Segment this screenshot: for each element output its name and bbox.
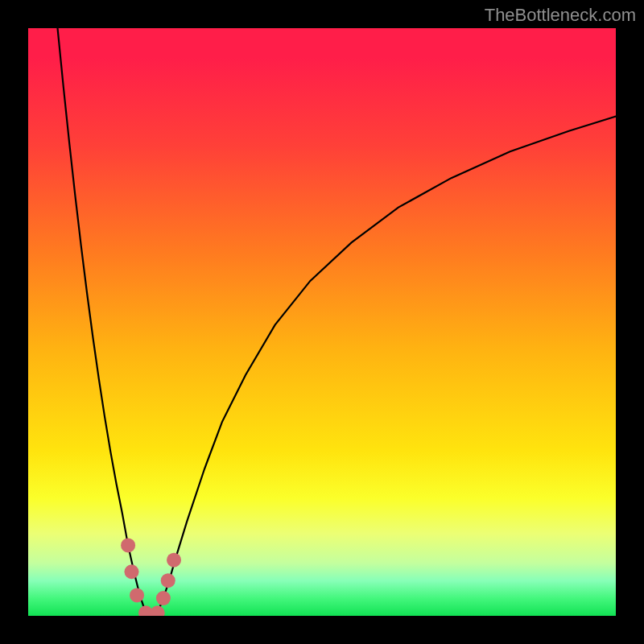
trough-markers bbox=[28, 28, 616, 616]
trough-marker-0 bbox=[121, 538, 135, 552]
trough-marker-4 bbox=[151, 605, 165, 616]
trough-marker-1 bbox=[124, 564, 138, 579]
trough-marker-2 bbox=[130, 588, 144, 602]
watermark-text: TheBottleneck.com bbox=[485, 5, 636, 26]
trough-marker-6 bbox=[161, 573, 175, 588]
plot-area bbox=[28, 28, 616, 616]
chart-frame: TheBottleneck.com bbox=[0, 0, 644, 644]
trough-marker-5 bbox=[156, 591, 171, 605]
trough-marker-7 bbox=[167, 553, 181, 568]
